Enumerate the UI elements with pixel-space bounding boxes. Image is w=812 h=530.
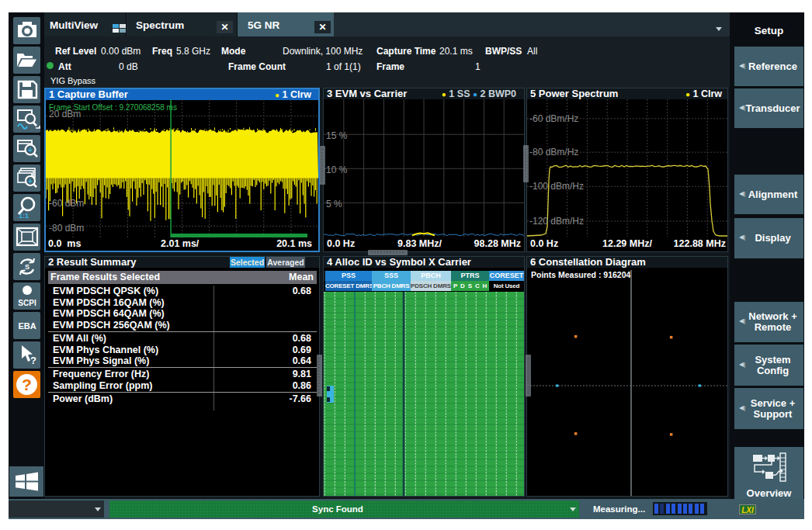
svg-text:?: ? [30,355,36,366]
svg-text:+: + [28,177,33,185]
svg-text:SCPI: SCPI [18,299,36,307]
svg-text:S: S [25,263,29,271]
svg-text:EBA: EBA [18,321,36,331]
svg-text:?: ? [22,376,32,393]
svg-text:1:1: 1:1 [19,212,29,220]
svg-text:+: + [28,146,33,154]
